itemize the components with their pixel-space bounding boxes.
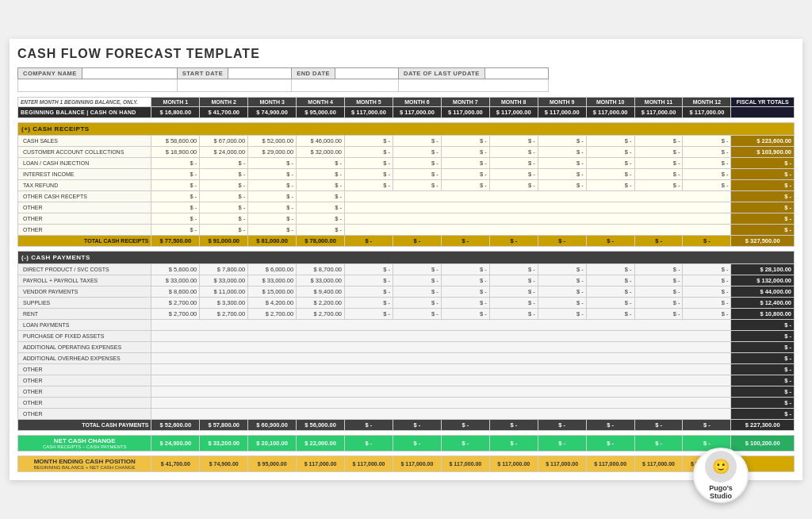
month-4-header: MONTH 4 bbox=[297, 98, 345, 107]
bb-m6: $ 117,000.00 bbox=[393, 107, 441, 118]
receipts-row-4: TAX REFUND $ - $ - $ - $ - $ - $ - $ - $… bbox=[18, 180, 795, 191]
watermark-name: Pugo's bbox=[709, 484, 733, 492]
payments-row-13: OTHER $ - bbox=[18, 409, 795, 420]
page-title: CASH FLOW FORECAST TEMPLATE bbox=[17, 47, 795, 61]
payments-row-8: ADDITIONAL OVERHEAD EXPENSES $ - bbox=[18, 353, 795, 364]
spreadsheet-table: Enter Month 1 Beginning Balance, only. M… bbox=[17, 97, 795, 472]
fiscal-yr-header: FISCAL YR TOTALS bbox=[731, 98, 795, 107]
tr-m12: $ - bbox=[683, 236, 731, 247]
receipts-row-7: OTHER $ - $ - $ - $ - $ - bbox=[18, 213, 795, 225]
receipts-row-5: OTHER CASH RECEPTS $ - $ - $ - $ - $ - bbox=[18, 191, 795, 202]
payments-row-9: OTHER $ - bbox=[18, 364, 795, 375]
month-end-row: MONTH ENDING CASH POSITION BEGINNING BAL… bbox=[18, 456, 795, 472]
tr-m11: $ - bbox=[634, 236, 683, 247]
tr-m10: $ - bbox=[586, 236, 634, 247]
beginning-balance-row: BEGINNING BALANCE | CASH ON HAND $ 16,80… bbox=[18, 107, 795, 118]
payments-row-11: OTHER $ - bbox=[18, 386, 795, 398]
month-7-header: MONTH 7 bbox=[441, 98, 489, 107]
main-container: CASH FLOW FORECAST TEMPLATE COMPANY NAME… bbox=[10, 39, 802, 480]
payments-row-6: PURCHASE OF FIXED ASSETS $ - bbox=[18, 331, 795, 342]
receipts-0-m12: $ - bbox=[683, 136, 731, 147]
receipts-row-1: CUSTOMER ACCOUNT COLLECTIONS $ 18,900.00… bbox=[18, 147, 795, 158]
receipts-0-m3: $ 52,000.00 bbox=[248, 136, 297, 147]
cash-payments-header: (-) CASH PAYMENTS bbox=[18, 252, 795, 264]
payments-row-1: PAYROLL + PAYROLL TAXES $ 33,000.00 $ 33… bbox=[18, 275, 795, 286]
total-receipts-row: TOTAL CASH RECEIPTS $ 77,500.00 $ 91,000… bbox=[18, 236, 795, 247]
company-name-label: COMPANY NAME bbox=[18, 68, 82, 79]
cash-receipts-label: (+) CASH RECEIPTS bbox=[18, 123, 795, 136]
month-12-header: MONTH 12 bbox=[683, 98, 731, 107]
payments-row-0: DIRECT PRODUCT / SVC COSTS $ 5,600.00 $ … bbox=[18, 264, 795, 275]
month-2-header: MONTH 2 bbox=[200, 98, 248, 107]
payments-row-10: OTHER $ - bbox=[18, 375, 795, 386]
tr-m1: $ 77,500.00 bbox=[151, 236, 200, 247]
last-update-value[interactable] bbox=[485, 68, 548, 79]
tr-m2: $ 91,000.00 bbox=[200, 236, 248, 247]
watermark-badge: 🙂 Pugo's Studio bbox=[693, 448, 749, 503]
bb-m12: $ 117,000.00 bbox=[683, 107, 731, 118]
receipts-row-6: OTHER $ - $ - $ - $ - $ - bbox=[18, 202, 795, 213]
months-label: Enter Month 1 Beginning Balance, only. bbox=[18, 98, 151, 107]
tr-m9: $ - bbox=[538, 236, 586, 247]
bb-m3: $ 74,900.00 bbox=[248, 107, 297, 118]
payments-row-12: OTHER $ - bbox=[18, 398, 795, 409]
tr-m8: $ - bbox=[489, 236, 538, 247]
watermark-studio: Studio bbox=[710, 492, 732, 500]
month-5-header: MONTH 5 bbox=[345, 98, 393, 107]
tr-m4: $ 78,000.00 bbox=[297, 236, 345, 247]
last-update-label: DATE OF LAST UPDATE bbox=[398, 68, 485, 79]
receipts-0-m1: $ 58,600.00 bbox=[151, 136, 200, 147]
start-date-value[interactable] bbox=[228, 68, 292, 79]
bb-m4: $ 95,000.00 bbox=[297, 107, 345, 118]
receipts-0-m6: $ - bbox=[393, 136, 441, 147]
receipts-row-8: OTHER $ - $ - $ - $ - $ - bbox=[18, 225, 795, 236]
bb-m11: $ 117,000.00 bbox=[634, 107, 683, 118]
end-date-label: END DATE bbox=[292, 68, 335, 79]
month-end-label: MONTH ENDING CASH POSITION BEGINNING BAL… bbox=[18, 456, 151, 472]
bb-m7: $ 117,000.00 bbox=[441, 107, 489, 118]
receipts-0-m2: $ 67,000.00 bbox=[200, 136, 248, 147]
receipts-0-m10: $ - bbox=[586, 136, 634, 147]
total-receipts-label: TOTAL CASH RECEIPTS bbox=[18, 236, 151, 247]
payments-row-4: RENT $ 2,700.00 $ 2,700.00 $ 2,700.00 $ … bbox=[18, 309, 795, 320]
payments-row-7: ADDITIONAL OPERATING EXPENSES $ - bbox=[18, 342, 795, 353]
receipts-label-1: CUSTOMER ACCOUNT COLLECTIONS bbox=[18, 147, 151, 158]
cash-payments-label: (-) CASH PAYMENTS bbox=[18, 252, 795, 264]
receipts-label-0: CASH SALES bbox=[18, 136, 151, 147]
month-6-header: MONTH 6 bbox=[393, 98, 441, 107]
receipts-row-2: LOAN / CASH INJECTION $ - $ - $ - $ - $ … bbox=[18, 158, 795, 169]
month-11-header: MONTH 11 bbox=[634, 98, 683, 107]
receipts-0-m5: $ - bbox=[345, 136, 393, 147]
end-date-value[interactable] bbox=[335, 68, 398, 79]
watermark-avatar: 🙂 bbox=[705, 451, 737, 482]
payments-row-2: VENDOR PAYMENTS $ 8,600.00 $ 11,000.00 $… bbox=[18, 286, 795, 298]
payments-row-3: SUPPLIES $ 2,700.00 $ 3,300.00 $ 4,200.0… bbox=[18, 298, 795, 309]
beginning-balance-label: BEGINNING BALANCE | CASH ON HAND bbox=[18, 107, 151, 118]
tr-m5: $ - bbox=[345, 236, 393, 247]
total-payments-row: TOTAL CASH PAYMENTS $ 52,600.00 $ 57,800… bbox=[18, 420, 795, 431]
month-10-header: MONTH 10 bbox=[586, 98, 634, 107]
bb-m10: $ 117,000.00 bbox=[586, 107, 634, 118]
payments-row-5: LOAN PAYMENTS $ - bbox=[18, 320, 795, 331]
bb-m5: $ 117,000.00 bbox=[345, 107, 393, 118]
bb-fiscal bbox=[731, 107, 795, 118]
receipts-0-m4: $ 46,000.00 bbox=[297, 136, 345, 147]
receipts-0-m11: $ - bbox=[634, 136, 683, 147]
receipts-0-m8: $ - bbox=[489, 136, 538, 147]
start-date-label: START DATE bbox=[177, 68, 228, 79]
month-9-header: MONTH 9 bbox=[538, 98, 586, 107]
tr-m6: $ - bbox=[393, 236, 441, 247]
bb-m9: $ 117,000.00 bbox=[538, 107, 586, 118]
total-payments-label: TOTAL CASH PAYMENTS bbox=[18, 420, 151, 431]
receipts-0-fiscal: $ 223,600.00 bbox=[731, 136, 795, 147]
tr-fiscal: $ 327,500.00 bbox=[731, 236, 795, 247]
net-cash-label: NET CASH CHANGE CASH RECEIPTS – CASH PAY… bbox=[18, 436, 151, 452]
month-8-header: MONTH 8 bbox=[489, 98, 538, 107]
month-1-header: MONTH 1 bbox=[151, 98, 200, 107]
receipts-row-0: CASH SALES $ 58,600.00 $ 67,000.00 $ 52,… bbox=[18, 136, 795, 147]
receipts-row-3: INTEREST INCOME $ - $ - $ - $ - $ - $ - … bbox=[18, 169, 795, 180]
company-name-value[interactable] bbox=[82, 68, 177, 79]
bb-m2: $ 41,700.00 bbox=[200, 107, 248, 118]
month-header-row: Enter Month 1 Beginning Balance, only. M… bbox=[18, 98, 795, 107]
net-cash-row: NET CASH CHANGE CASH RECEIPTS – CASH PAY… bbox=[18, 436, 795, 452]
